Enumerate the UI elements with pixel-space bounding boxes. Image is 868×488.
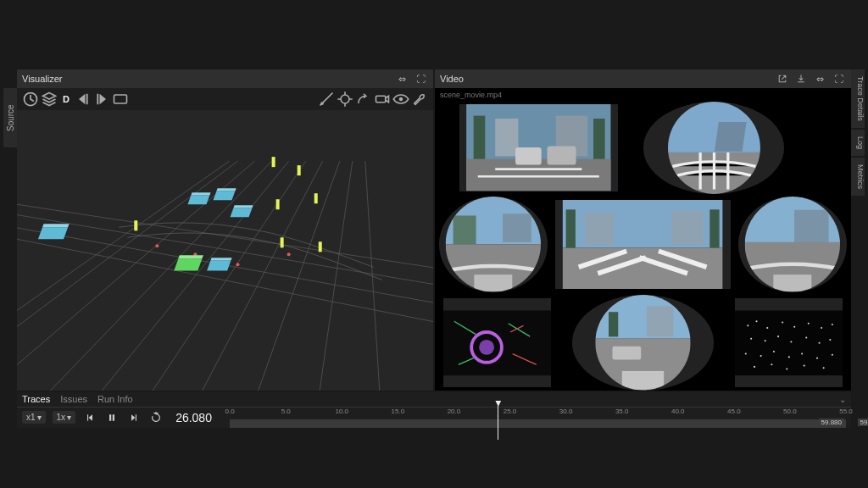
svg-rect-110 [113, 414, 114, 421]
camera-front-wide [459, 104, 618, 191]
scene-settings-icon[interactable] [112, 91, 129, 108]
chevron-down-icon: ▾ [37, 413, 42, 422]
svg-point-107 [803, 364, 804, 366]
history-icon[interactable] [22, 91, 39, 108]
svg-point-87 [807, 322, 809, 324]
tools-wrench-icon[interactable] [411, 91, 428, 108]
camera-fisheye-rear [572, 295, 714, 390]
panel-video: Trace Details Log Metrics Video ⇔ ⛶ scen… [435, 69, 851, 391]
speed-forward-chip[interactable]: 1x▾ [53, 411, 76, 424]
svg-point-4 [320, 102, 324, 105]
download-icon[interactable] [793, 71, 809, 86]
svg-rect-35 [496, 119, 519, 156]
svg-point-99 [772, 351, 774, 352]
timeline-track-primary[interactable]: 0.000 x 0.000 59.880 59.940 [230, 419, 846, 428]
skip-end-icon[interactable] [126, 410, 142, 425]
track-end-a: 59.880 [819, 419, 844, 426]
fullscreen-icon[interactable]: ⛶ [831, 71, 846, 86]
open-external-icon[interactable] [775, 71, 790, 86]
svg-point-91 [764, 340, 765, 341]
svg-rect-56 [671, 211, 704, 245]
link-panels-icon[interactable]: ⇔ [394, 71, 409, 86]
bottom-panel: Traces Issues Run Info ⌄ x1▾ 1x▾ 26.080 … [17, 392, 851, 428]
visualizer-header: Visualizer ⇔ ⛶ [17, 69, 433, 88]
svg-rect-49 [503, 214, 531, 243]
skip-start-icon[interactable] [82, 410, 97, 425]
tab-run-info[interactable]: Run Info [97, 394, 133, 404]
video-title: Video [440, 74, 464, 84]
ruler-tick: 5.0 [281, 408, 291, 415]
camera-grid[interactable] [435, 102, 851, 391]
svg-point-104 [753, 366, 754, 368]
ruler-tick: 35.0 [615, 408, 629, 415]
ruler-tick: 45.0 [727, 408, 741, 415]
tab-traces[interactable]: Traces [22, 394, 50, 404]
svg-rect-48 [453, 216, 476, 245]
svg-point-88 [821, 327, 822, 329]
svg-point-102 [816, 357, 818, 358]
transport-bar: x1▾ 1x▾ 26.080 0.05.010.015.020.025.030.… [17, 408, 851, 428]
svg-rect-12 [272, 157, 275, 167]
side-tab-log[interactable]: Log [851, 130, 865, 156]
svg-rect-23 [213, 191, 235, 200]
fullscreen-icon[interactable]: ⛶ [413, 71, 428, 86]
camera-fisheye-front-right [643, 102, 785, 194]
svg-point-84 [766, 327, 768, 329]
svg-rect-77 [647, 307, 673, 337]
crosshair-icon[interactable] [337, 91, 353, 108]
svg-point-96 [829, 339, 831, 341]
step-forward-icon[interactable] [93, 91, 110, 108]
tab-issues[interactable]: Issues [60, 394, 87, 404]
svg-point-5 [341, 95, 349, 103]
video-header: Video ⇔ ⛶ [435, 69, 851, 88]
svg-rect-13 [298, 165, 301, 175]
svg-rect-24 [216, 188, 236, 191]
svg-point-11 [287, 252, 291, 256]
collapse-panel-icon[interactable]: ⌄ [839, 395, 846, 404]
measure-icon[interactable] [318, 91, 335, 108]
view-mode-label[interactable]: D [59, 94, 73, 104]
side-tab-source[interactable]: Source [3, 88, 17, 147]
svg-rect-18 [134, 220, 137, 230]
svg-rect-3 [114, 95, 126, 103]
camera-front-narrow [555, 200, 730, 290]
svg-point-94 [805, 336, 807, 338]
follow-icon[interactable] [355, 91, 372, 108]
chevron-down-icon: ▾ [67, 413, 71, 422]
svg-rect-37 [515, 148, 542, 165]
svg-rect-14 [276, 199, 280, 209]
svg-rect-19 [38, 227, 68, 239]
svg-rect-65 [774, 275, 812, 292]
svg-rect-52 [563, 247, 723, 289]
svg-rect-66 [443, 310, 552, 375]
svg-rect-42 [667, 102, 760, 152]
timeline[interactable]: 0.05.010.015.020.025.030.035.040.045.050… [230, 408, 846, 428]
visibility-icon[interactable] [392, 91, 409, 108]
side-tab-trace-details[interactable]: Trace Details [851, 69, 865, 128]
svg-rect-79 [613, 347, 642, 360]
camera-pointcloud [735, 298, 843, 388]
svg-point-68 [479, 340, 494, 355]
svg-rect-20 [42, 224, 70, 227]
side-tab-metrics[interactable]: Metrics [851, 158, 865, 196]
svg-point-105 [771, 363, 772, 365]
video-body: scene_movie.mp4 [435, 88, 851, 391]
replay-icon[interactable] [148, 410, 164, 425]
playhead[interactable] [498, 404, 498, 440]
ruler-tick: 25.0 [504, 408, 517, 415]
pause-icon[interactable] [104, 410, 120, 425]
camera-icon[interactable] [374, 91, 391, 108]
camera-fisheye-left [439, 197, 548, 291]
svg-rect-44 [714, 122, 746, 152]
camera-lidar-rear [443, 298, 552, 388]
layers-icon[interactable] [41, 91, 58, 108]
speed-reverse-chip[interactable]: x1▾ [22, 411, 46, 424]
visualizer-title: Visualizer [22, 74, 63, 84]
step-back-icon[interactable] [75, 91, 92, 108]
svg-rect-33 [474, 116, 486, 159]
link-panels-icon[interactable]: ⇔ [812, 71, 827, 86]
svg-point-10 [236, 263, 240, 266]
visualizer-canvas[interactable] [17, 110, 433, 391]
svg-rect-2 [97, 94, 98, 105]
ruler-tick: 55.0 [839, 408, 853, 415]
